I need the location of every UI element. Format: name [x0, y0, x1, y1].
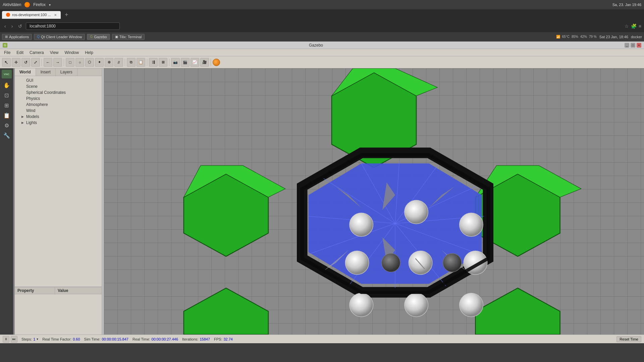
tree-item-atmosphere[interactable]: Atmosphere [15, 102, 102, 108]
address-bar: ‹ › ↺ ☆ 🧩 ≡ [0, 20, 644, 32]
translate-tool-button[interactable]: ✛ [12, 58, 20, 67]
tab-insert[interactable]: Insert [36, 68, 56, 76]
real-time-item: Real Time: 00:00:00:27.446 [132, 337, 178, 341]
spot-light-button[interactable]: // [114, 58, 123, 67]
vnc-settings-icon[interactable]: ⚙ [2, 121, 11, 130]
paste-button[interactable]: 📋 [137, 58, 145, 67]
new-tab-button[interactable]: + [62, 10, 71, 19]
firefox-menu-arrow[interactable]: ▾ [49, 3, 51, 7]
taskbar-applications-label: Applications [9, 35, 29, 39]
screenshot-button[interactable]: 📷 [171, 58, 180, 67]
properties-header: Property Value [15, 287, 102, 294]
menu-help[interactable]: Help [82, 50, 96, 56]
vnc-select-icon[interactable]: ⊡ [2, 90, 11, 100]
tree-item-scene[interactable]: Scene [15, 83, 102, 89]
browser-tab-active[interactable]: ros-development:100 ... × [2, 11, 61, 19]
copy-button[interactable]: ⧉ [127, 58, 136, 67]
gazebo-menu-bar: File Edit Camera View Window Help [0, 49, 644, 56]
taskbar-item-gazebo[interactable]: G Gazebo [87, 34, 110, 40]
toolbar-separator-1 [42, 59, 42, 66]
undo-button[interactable]: ← [44, 58, 52, 67]
extensions-icon[interactable]: 🧩 [631, 23, 637, 29]
tree-item-physics[interactable]: Physics [15, 96, 102, 102]
box-button[interactable]: □ [66, 58, 74, 67]
reset-time-button[interactable]: Reset Time [616, 336, 641, 342]
select-tool-button[interactable]: ↖ [2, 58, 11, 67]
tray-docker: docker [631, 35, 642, 39]
firefox-label[interactable]: Firefox [33, 2, 46, 7]
redo-button[interactable]: → [53, 58, 62, 67]
pause-button[interactable]: ⏸ [3, 336, 9, 343]
custom-shape-button[interactable]: ✦ [95, 58, 104, 67]
align-button[interactable]: ⇶ [149, 58, 158, 67]
reload-button[interactable]: ↺ [16, 23, 24, 29]
menu-camera[interactable]: Camera [27, 50, 47, 56]
vnc-hand-icon[interactable]: ✋ [2, 80, 11, 90]
3d-scene [104, 68, 644, 335]
menu-edit[interactable]: Edit [14, 50, 26, 56]
sphere-button[interactable]: ○ [75, 58, 84, 67]
viewport-3d[interactable] [104, 68, 644, 335]
maximize-button[interactable]: □ [631, 43, 635, 48]
tree-item-gui[interactable]: GUI [15, 77, 102, 83]
main-area: VNC ✋ ⊡ ⊞ 📋 ⚙ 🔧 World Insert Layers GU [0, 68, 644, 335]
activities-label[interactable]: Aktivitäten [3, 2, 21, 7]
tree-item-models-label: Models [26, 114, 39, 119]
scale-tool-button[interactable]: ⤢ [31, 58, 40, 67]
tab-close-button[interactable]: × [54, 12, 57, 17]
vnc-wrench-icon[interactable]: 🔧 [2, 131, 11, 140]
vnc-clipboard-icon[interactable]: 📋 [2, 111, 11, 120]
tab-title: ros-development:100 ... [12, 13, 51, 17]
tab-layers[interactable]: Layers [56, 68, 77, 76]
temp-label: 65°C [562, 35, 570, 39]
status-bar: ⏸ ⏭ Steps: 1 ▾ Real Time Factor: 0.60 Si… [0, 335, 644, 343]
point-light-button[interactable]: ⊕ [105, 58, 113, 67]
gazebo-title: Gazebo [7, 43, 625, 48]
tree-item-lights-label: Lights [26, 120, 37, 125]
tree-item-wind[interactable]: Wind [15, 108, 102, 114]
back-button[interactable]: ‹ [3, 23, 8, 29]
svg-point-37 [409, 251, 432, 275]
gazebo-body: ↖ ✛ ↺ ⤢ ← → □ ○ ⬡ ✦ ⊕ // ⧉ 📋 ⇶ ⊞ 📷 🎬 📈 🎥… [0, 56, 644, 343]
svg-point-42 [405, 293, 428, 317]
tree-item-wind-label: Wind [26, 108, 35, 113]
network-icon: 📶 [556, 35, 560, 39]
taskbar-item-qt[interactable]: Q Qt Client Leader Window [34, 34, 85, 40]
tree-item-lights[interactable]: ▶ Lights [15, 120, 102, 126]
menu-file[interactable]: File [1, 50, 13, 56]
tray-time: Sat 23 Jan, 18:46 [599, 35, 628, 39]
battery-label-2: 42% [580, 35, 587, 39]
taskbar-tilix-label: Tilix: Terminal [119, 35, 142, 39]
steps-stepper[interactable]: ▾ [37, 337, 38, 341]
toolbar-separator-2 [64, 59, 64, 66]
tree-item-spherical-coords[interactable]: Spherical Coordinates [15, 89, 102, 96]
address-input[interactable] [26, 22, 120, 30]
menu-view[interactable]: View [47, 50, 61, 56]
tab-world[interactable]: World [15, 68, 36, 76]
taskbar-item-tilix[interactable]: ▣ Tilix: Terminal [112, 34, 145, 40]
close-button[interactable]: × [637, 43, 641, 48]
step-button[interactable]: ⏭ [11, 336, 17, 343]
bookmark-star[interactable]: ☆ [625, 23, 629, 29]
qt-icon: Q [37, 35, 40, 39]
forward-button[interactable]: › [10, 23, 15, 29]
snap-button[interactable]: ⊞ [159, 58, 167, 67]
orange-orb[interactable] [213, 59, 220, 66]
panel-tabs: World Insert Layers [15, 68, 102, 76]
steps-value: 1 [33, 337, 35, 341]
record-button[interactable]: 🎬 [181, 58, 190, 67]
menu-icon[interactable]: ≡ [639, 23, 641, 29]
vnc-sidebar: VNC ✋ ⊡ ⊞ 📋 ⚙ 🔧 [0, 68, 13, 335]
left-panel: World Insert Layers GUI Scene Spherical … [15, 68, 102, 335]
app-icon: ⊞ [5, 35, 8, 39]
taskbar-item-applications[interactable]: ⊞ Applications [2, 34, 32, 40]
minimize-button[interactable]: _ [625, 43, 629, 48]
vnc-move-icon[interactable]: ⊞ [2, 101, 11, 110]
menu-window[interactable]: Window [62, 50, 82, 56]
svg-point-36 [382, 253, 400, 272]
tree-item-models[interactable]: ▶ Models [15, 114, 102, 120]
plot-button[interactable]: 📈 [191, 58, 199, 67]
rotate-tool-button[interactable]: ↺ [21, 58, 30, 67]
video-button[interactable]: 🎥 [200, 58, 209, 67]
cylinder-button[interactable]: ⬡ [85, 58, 94, 67]
